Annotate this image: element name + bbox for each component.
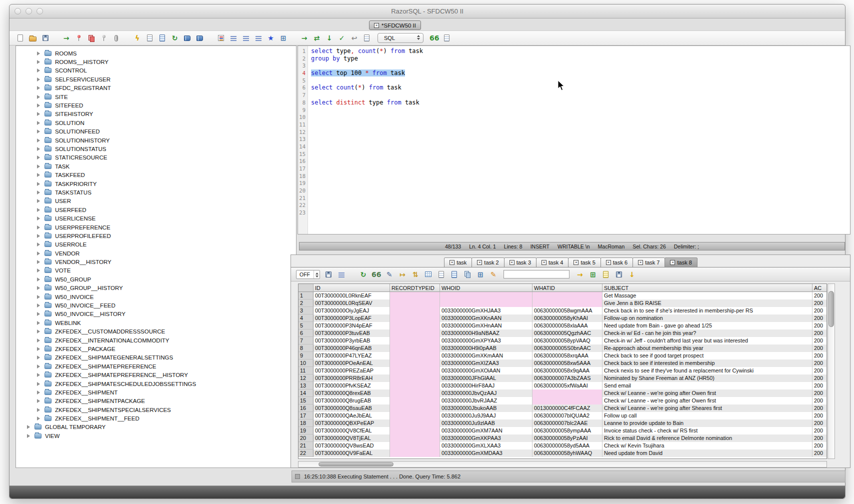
cell[interactable]: 200: [812, 352, 827, 360]
close-tab-icon[interactable]: ×: [450, 260, 454, 265]
cell[interactable]: 0033000000GmXLXAA3: [440, 442, 532, 450]
cell[interactable]: 00T3000000Q8rexEAB: [314, 390, 390, 397]
tree-item[interactable]: TASKFEED: [16, 170, 296, 179]
close-tab-icon[interactable]: ×: [670, 260, 675, 265]
cell[interactable]: Follow-up on nomination: [602, 314, 812, 322]
cell[interactable]: 00T3000000PfvKSEAZ: [314, 382, 390, 390]
disclosure-triangle-icon[interactable]: [37, 173, 40, 177]
page-view-icon[interactable]: [450, 269, 459, 280]
cell[interactable]: 0033000000Ju9zlAAB: [440, 420, 532, 427]
cell[interactable]: [390, 427, 440, 434]
cell[interactable]: 200: [812, 450, 827, 457]
cell[interactable]: 0033000000GmXOiAAN: [440, 367, 532, 374]
cell[interactable]: [390, 337, 440, 344]
cell[interactable]: 00T3000000L0RknEAF: [314, 292, 390, 300]
cell[interactable]: 00T3000000Q8sauEAB: [314, 404, 390, 412]
row-number-cell[interactable]: 15: [298, 397, 314, 404]
tree-item[interactable]: ZKFEDEX__SHIPMENTPACKAGE: [16, 397, 296, 406]
table-row[interactable]: 300T3000000OiyJgEAJ0033000000GmXHJAA3006…: [298, 307, 826, 314]
row-number-cell[interactable]: 3: [298, 307, 314, 314]
cell[interactable]: Nominated by Shane Freeman at ANZ (HR50): [602, 374, 812, 382]
execute-fetch-icon[interactable]: ⇄: [312, 32, 322, 44]
cell[interactable]: Check w/ Kevin Tsujihara: [602, 442, 812, 450]
editor-code[interactable]: select type, count(*) from taskgroup by …: [308, 46, 850, 234]
disclosure-triangle-icon[interactable]: [37, 252, 40, 256]
cell[interactable]: 00T3000000P3tuvEAB: [314, 330, 390, 337]
disclosure-triangle-icon[interactable]: [37, 304, 40, 308]
close-tab-icon[interactable]: ×: [638, 260, 643, 265]
result-tab-task-6[interactable]: ×task 6: [600, 258, 633, 268]
tree-item[interactable]: WEBLINK: [16, 318, 296, 327]
column-header[interactable]: AC: [812, 284, 827, 292]
disclosure-triangle-icon[interactable]: [37, 147, 40, 151]
disclosure-triangle-icon[interactable]: [37, 104, 40, 108]
horizontal-scrollbar-thumb[interactable]: [318, 462, 394, 466]
cell[interactable]: Check w/ Leanne - we're going after Owen…: [602, 397, 812, 404]
copy-rows-icon[interactable]: [462, 269, 472, 280]
tree-item[interactable]: W50_INVOICE__FEED: [16, 301, 296, 310]
cell[interactable]: 00T3000000POeAnEAL: [314, 360, 390, 367]
row-number-cell[interactable]: 17: [298, 412, 314, 420]
row-number-cell[interactable]: 12: [298, 374, 314, 382]
row-number-cell[interactable]: 18: [298, 420, 314, 427]
disclosure-triangle-icon[interactable]: [37, 130, 40, 134]
commit-icon[interactable]: ✓: [337, 32, 346, 44]
spinner-arrows-icon[interactable]: [314, 270, 320, 278]
cell[interactable]: Rick to email David & reference Delmonte…: [602, 434, 812, 442]
cell[interactable]: 00T3000000P46qnEAB: [314, 344, 390, 352]
tree-item[interactable]: VENDOR: [16, 249, 296, 258]
tree-item[interactable]: W50_INVOICE__HISTORY: [16, 310, 296, 318]
cell[interactable]: [390, 314, 440, 322]
tree-item[interactable]: VIEW: [16, 432, 296, 440]
table-row[interactable]: 1400T3000000Q8rexEAB0033000000JbvQzAAJCh…: [298, 390, 826, 397]
fetch-more-icon[interactable]: ↓: [627, 269, 636, 280]
disclosure-triangle-icon[interactable]: [37, 399, 40, 403]
cell[interactable]: 006300000058ympAAA: [532, 427, 602, 434]
cell[interactable]: 200: [812, 344, 827, 352]
row-number-cell[interactable]: 9: [298, 352, 314, 360]
disclosure-triangle-icon[interactable]: [37, 226, 40, 230]
cell[interactable]: 200: [812, 427, 827, 434]
database-browser-panel[interactable]: ROOMSROOMS__HISTORYSCONTROLSELFSERVICEUS…: [16, 46, 296, 468]
result-tab-task-2[interactable]: ×task 2: [472, 258, 504, 268]
table-row[interactable]: 1900T3000000QV8CfEAL0033000000GmXM7AAN00…: [298, 427, 826, 434]
disclosure-triangle-icon[interactable]: [37, 268, 40, 272]
disclosure-triangle-icon[interactable]: [37, 295, 40, 299]
cell[interactable]: 00T3000000QAeJbEAL: [314, 412, 390, 420]
tree-item[interactable]: SITEFEED: [16, 101, 296, 110]
close-tab-icon[interactable]: ×: [477, 260, 482, 265]
open-file-icon[interactable]: [28, 32, 38, 44]
cell[interactable]: 200: [812, 292, 827, 300]
form-view-icon[interactable]: [436, 269, 446, 280]
disclosure-triangle-icon[interactable]: [37, 390, 40, 394]
cell[interactable]: 200: [812, 360, 827, 367]
table-row[interactable]: 700T3000000P3yrbEAB0033000000GmXPYAA3006…: [298, 337, 826, 344]
cell[interactable]: 200: [812, 322, 827, 330]
cell[interactable]: 00T3000000P3yrbEAB: [314, 337, 390, 344]
cell[interactable]: 00T3000000PREZaEAP: [314, 367, 390, 374]
cell[interactable]: 0033000000GmXHnAAN: [440, 322, 532, 330]
edit-mode-icon[interactable]: ✎: [384, 269, 394, 280]
tree-item[interactable]: ZKFEDEX__PACKAGE: [16, 344, 296, 353]
grid-vertical-scrollbar[interactable]: [828, 284, 835, 459]
cell[interactable]: 0033000000GmXMDAA3: [440, 450, 532, 457]
edit-format-icon[interactable]: [254, 32, 263, 44]
results-search-input[interactable]: [504, 270, 570, 278]
cell[interactable]: 0033000000GmXKnAAN: [440, 314, 532, 322]
cell[interactable]: [390, 292, 440, 300]
cell[interactable]: 0033000000Ju9J9AAJ: [440, 412, 532, 420]
tree-item[interactable]: W50_INVOICE: [16, 292, 296, 301]
row-number-cell[interactable]: 8: [298, 344, 314, 352]
result-tab-task[interactable]: ×task: [444, 258, 472, 268]
execute-icon[interactable]: →: [300, 32, 309, 44]
cell[interactable]: [390, 352, 440, 360]
cell[interactable]: 00T3000000P3N4pEAF: [314, 322, 390, 330]
disclosure-triangle-icon[interactable]: [37, 164, 40, 168]
sql-editor[interactable]: 1234567891011121314151617181920212223 se…: [298, 46, 850, 234]
table-row[interactable]: 800T3000000P46qnEAB0033000000H9i0pAAB006…: [298, 344, 826, 352]
cell[interactable]: 00T3000000OiyJgEAJ: [314, 307, 390, 314]
table-row[interactable]: 1600T3000000Q8sauEAB0033000000JbukoAAB00…: [298, 404, 826, 412]
table-row[interactable]: 2100T3000000QV8wsEAD0033000000GmXLXAA300…: [298, 442, 826, 450]
cell[interactable]: 0033000000JFhGlAAL: [440, 374, 532, 382]
cell[interactable]: [390, 412, 440, 420]
